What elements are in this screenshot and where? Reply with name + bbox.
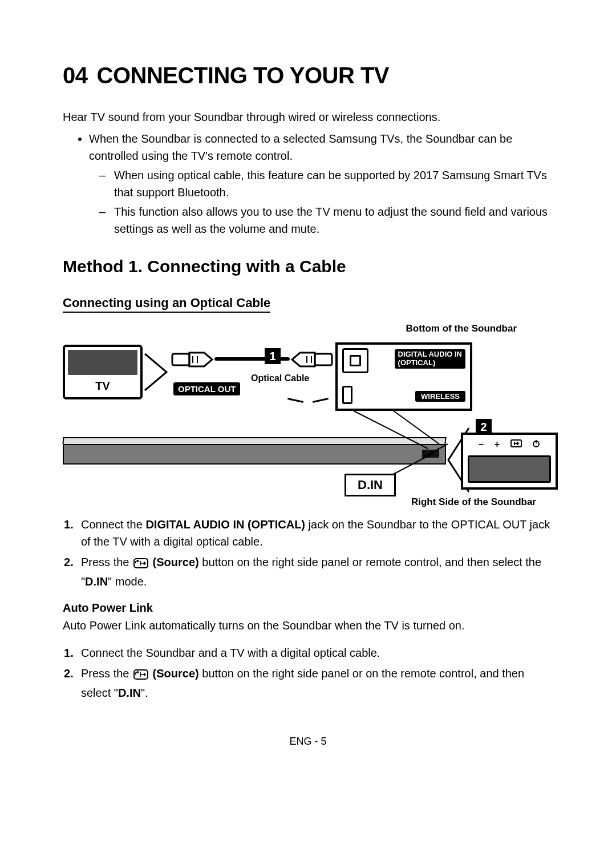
optical-port-icon	[342, 348, 368, 373]
connector-right-icon	[289, 349, 333, 370]
intro-text: Hear TV sound from your Soundbar through…	[63, 109, 553, 126]
svg-line-9	[422, 444, 448, 458]
tv-icon: TV	[63, 345, 143, 399]
step-text: " mode.	[108, 575, 147, 588]
digital-audio-in-label: DIGITAL AUDIO IN (OPTICAL)	[395, 349, 465, 369]
connection-diagram: Bottom of the Soundbar TV OPTICAL OUT	[63, 323, 553, 506]
tv-screen	[68, 350, 137, 375]
source-icon	[133, 556, 148, 573]
svg-line-6	[354, 411, 428, 449]
connector-left-icon	[171, 349, 216, 370]
manual-page: 04CONNECTING TO YOUR TV Hear TV sound fr…	[0, 0, 616, 748]
method-heading: Method 1. Connecting with a Cable	[63, 257, 553, 276]
section-title: 04CONNECTING TO YOUR TV	[63, 63, 553, 88]
step-text: Press the	[81, 667, 132, 680]
side-panel-buttons: − +	[463, 439, 556, 450]
source-icon	[510, 439, 522, 450]
dash-item: This function also allows you to use the…	[114, 203, 553, 237]
step-text: ".	[141, 686, 148, 699]
intro-bullets: When the Soundbar is connected to a sele…	[63, 130, 553, 237]
bullet-item: When the Soundbar is connected to a sele…	[89, 130, 553, 237]
volume-up-icon: +	[495, 439, 500, 450]
svg-line-7	[394, 411, 439, 444]
sub-dashes: When using optical cable, this feature c…	[89, 167, 553, 237]
diagram-bottom-label: Right Side of the Soundbar	[411, 496, 536, 508]
din-display-label: D.IN	[345, 474, 396, 496]
step-bold: (Source)	[149, 556, 199, 568]
optical-cable-label: Optical Cable	[251, 373, 309, 383]
sub-heading: Connecting using an Optical Cable	[63, 296, 270, 313]
auto-power-link-heading: Auto Power Link	[63, 601, 553, 615]
section-number: 04	[63, 63, 88, 88]
wireless-port-icon	[342, 386, 352, 404]
step-item: Press the (Source) button on the right s…	[81, 554, 553, 590]
callout-number-1: 1	[265, 348, 281, 364]
soundbar-bottom-panel: DIGITAL AUDIO IN (OPTICAL) WIRELESS	[335, 342, 472, 411]
svg-rect-3	[315, 354, 332, 365]
page-footer: ENG - 5	[63, 736, 553, 748]
step-bold: D.IN	[85, 575, 108, 588]
source-icon	[133, 667, 148, 684]
step-bold: D.IN	[118, 686, 141, 699]
step-bold: (Source)	[149, 667, 199, 680]
power-icon	[532, 439, 540, 450]
step-item: Press the (Source) button on the right s…	[81, 665, 553, 701]
step-text: Connect the	[81, 518, 145, 531]
main-steps: Connect the DIGITAL AUDIO IN (OPTICAL) j…	[63, 516, 553, 590]
svg-rect-0	[172, 354, 189, 365]
side-panel-body	[468, 455, 551, 483]
step-item: Connect the Soundbar and a TV with a dig…	[81, 644, 553, 661]
soundbar-side-panel: − +	[461, 433, 558, 490]
optical-out-label: OPTICAL OUT	[173, 382, 240, 395]
bullet-text: When the Soundbar is connected to a sele…	[89, 132, 512, 162]
dai-line1: DIGITAL AUDIO IN	[398, 350, 462, 358]
auto-power-link-desc: Auto Power Link automatically turns on t…	[63, 617, 553, 634]
step-item: Connect the DIGITAL AUDIO IN (OPTICAL) j…	[81, 516, 553, 550]
dash-item: When using optical cable, this feature c…	[114, 167, 553, 201]
step-text: Press the	[81, 556, 132, 568]
wireless-label: WIRELESS	[415, 391, 465, 402]
diagram-top-label: Bottom of the Soundbar	[406, 323, 517, 334]
dai-line2: (OPTICAL)	[398, 358, 436, 367]
step-bold: DIGITAL AUDIO IN (OPTICAL)	[145, 518, 305, 531]
volume-down-icon: −	[479, 439, 484, 450]
apl-steps: Connect the Soundbar and a TV with a dig…	[63, 644, 553, 701]
tv-label: TV	[65, 379, 140, 393]
bracket-left-icon	[144, 353, 170, 391]
section-title-text: CONNECTING TO YOUR TV	[97, 63, 390, 88]
